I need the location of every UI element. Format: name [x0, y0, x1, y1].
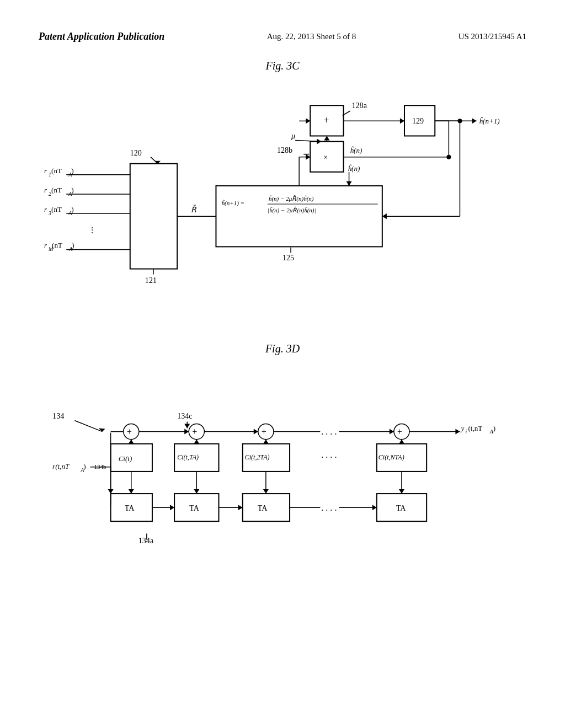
svg-point-79	[446, 155, 451, 159]
svg-text:): )	[71, 186, 73, 194]
svg-marker-47	[400, 119, 404, 124]
main-content: Fig. 3C r 1 (nT A ) r 2 (nT A )	[0, 43, 565, 592]
svg-text:+: +	[262, 427, 266, 436]
svg-marker-123	[254, 429, 258, 435]
svg-text:128a: 128a	[352, 101, 367, 110]
svg-text:r: r	[44, 242, 47, 250]
svg-marker-159	[399, 489, 404, 494]
svg-text:TA: TA	[189, 504, 199, 513]
svg-text:i: i	[465, 429, 467, 435]
svg-text:134: 134	[52, 412, 64, 421]
svg-text:. . . .: . . . .	[321, 450, 337, 459]
header-publication-label: Patent Application Publication	[39, 30, 164, 43]
svg-text:Ci(t,2TA): Ci(t,2TA)	[245, 453, 270, 461]
svg-line-86	[74, 421, 102, 432]
svg-text:Ci(t,TA): Ci(t,TA)	[177, 453, 199, 461]
svg-marker-121	[263, 440, 269, 444]
svg-marker-93	[184, 424, 190, 429]
svg-text:+: +	[323, 115, 329, 126]
svg-text:+: +	[192, 427, 197, 436]
svg-text:): )	[71, 167, 73, 175]
svg-rect-0	[130, 164, 177, 269]
svg-text:|ĥ(n) − 2μR̂(n)ĥ(n)|: |ĥ(n) − 2μR̂(n)ĥ(n)|	[268, 206, 316, 214]
svg-text:ĥ(n) − 2μR̂(n)ĥ(n): ĥ(n) − 2μR̂(n)ĥ(n)	[269, 195, 314, 202]
svg-text:+: +	[127, 427, 132, 436]
svg-marker-111	[184, 429, 189, 435]
svg-text:×: ×	[323, 153, 328, 162]
svg-text:121: 121	[145, 276, 157, 285]
svg-text:r: r	[44, 167, 47, 175]
svg-text:): )	[83, 462, 86, 470]
svg-text:ĥ(n+1) =: ĥ(n+1) =	[222, 200, 245, 207]
svg-text:128b: 128b	[277, 146, 292, 154]
svg-marker-138	[399, 440, 404, 444]
svg-text:TA: TA	[396, 504, 406, 513]
svg-text:TA: TA	[258, 504, 268, 513]
svg-text:134a: 134a	[138, 537, 154, 545]
svg-point-72	[457, 119, 462, 124]
page-header: Patent Application Publication Aug. 22, …	[0, 0, 565, 43]
header-date-sheet: Aug. 22, 2013 Sheet 5 of 8	[267, 30, 356, 43]
svg-text:(nT: (nT	[51, 205, 62, 213]
svg-marker-127	[238, 505, 243, 511]
svg-text:r: r	[44, 205, 47, 213]
fig-3d-svg: r(t,nT A ) 134 134b 134a 134c	[39, 361, 526, 566]
svg-text:125: 125	[282, 254, 294, 263]
svg-text:R̄: R̄	[191, 205, 197, 214]
svg-marker-65	[382, 213, 387, 219]
svg-text:ĥ(n): ĥ(n)	[348, 164, 360, 173]
svg-marker-68	[306, 119, 310, 124]
svg-text:. . . .: . . . .	[321, 504, 337, 513]
svg-text:μ: μ	[291, 132, 295, 141]
svg-text:): )	[493, 424, 495, 432]
svg-marker-115	[170, 505, 174, 511]
fig-3c-label: Fig. 3C	[39, 60, 526, 72]
svg-text:(nT: (nT	[52, 242, 62, 250]
svg-marker-153	[129, 489, 134, 494]
figure-3c: r 1 (nT A ) r 2 (nT A ) r 3 (nT A )	[39, 78, 526, 342]
svg-marker-87	[98, 429, 105, 432]
svg-text:): )	[72, 242, 74, 250]
svg-text:+: +	[397, 427, 402, 436]
svg-text:(nT: (nT	[51, 186, 62, 194]
svg-text:r: r	[44, 186, 47, 194]
svg-marker-155	[194, 489, 199, 494]
svg-marker-70	[472, 119, 477, 124]
page: Patent Application Publication Aug. 22, …	[0, 0, 565, 728]
svg-text:(t,nT: (t,nT	[468, 424, 483, 432]
svg-text:⋮: ⋮	[88, 226, 96, 235]
svg-text:): )	[71, 205, 73, 213]
svg-text:ĥ(n+1): ĥ(n+1)	[479, 117, 500, 126]
svg-marker-61	[306, 154, 310, 160]
svg-marker-161	[108, 489, 114, 494]
svg-text:129: 129	[412, 117, 424, 126]
svg-marker-99	[129, 440, 134, 444]
svg-text:134b: 134b	[94, 463, 106, 470]
fig-3c-svg: r 1 (nT A ) r 2 (nT A ) r 3 (nT A )	[39, 78, 526, 327]
svg-marker-157	[263, 489, 269, 494]
svg-text:TA: TA	[125, 504, 135, 513]
svg-text:Ci(t): Ci(t)	[119, 454, 132, 463]
svg-text:134c: 134c	[177, 412, 192, 421]
header-patent-number: US 2013/215945 A1	[459, 30, 526, 43]
svg-marker-75	[347, 181, 352, 186]
svg-marker-109	[194, 440, 199, 444]
svg-text:(nT: (nT	[51, 167, 62, 175]
svg-marker-140	[390, 429, 394, 435]
svg-text:y: y	[460, 424, 464, 432]
svg-marker-54	[317, 139, 321, 144]
svg-marker-57	[324, 136, 329, 141]
svg-text:120: 120	[130, 148, 142, 157]
svg-text:ĥ(n): ĥ(n)	[350, 146, 363, 154]
svg-text:r(t,nT: r(t,nT	[52, 462, 70, 470]
svg-marker-144	[372, 505, 377, 511]
svg-text:Ci(t,NTA): Ci(t,NTA)	[379, 453, 404, 461]
svg-marker-146	[455, 429, 460, 435]
fig-3d-label: Fig. 3D	[39, 342, 526, 355]
figure-3d: r(t,nT A ) 134 134b 134a 134c	[39, 361, 526, 570]
svg-text:. . . .: . . . .	[321, 427, 337, 436]
